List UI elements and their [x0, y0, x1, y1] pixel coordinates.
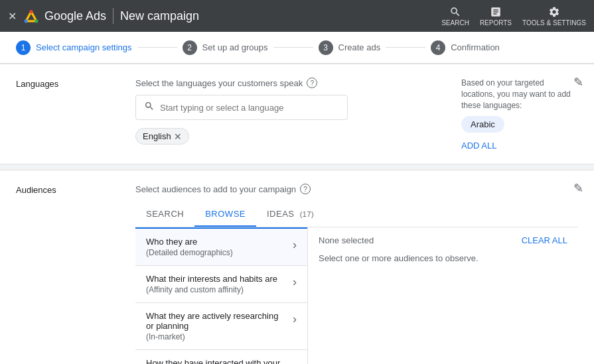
arabic-suggestion-chip[interactable]: Arabic [461, 116, 504, 133]
audience-list: Who they are (Detailed demographics) › W… [135, 227, 308, 364]
campaign-title: New campaign [120, 9, 199, 23]
audience-item-demographics-text: Who they are (Detailed demographics) [146, 237, 233, 257]
step-4-label: Confirmation [451, 42, 500, 52]
audiences-header-row: Audiences Select audiences to add to you… [16, 184, 578, 364]
clear-all-link[interactable]: CLEAR ALL [522, 235, 567, 245]
audience-item-demographics-title: Who they are [146, 237, 233, 247]
step-connector-2 [273, 47, 313, 48]
audience-item-remarketing-title: How they have interacted with your busin… [146, 358, 287, 364]
language-search-input[interactable] [160, 103, 339, 113]
suggestions-title: Based on your targeted locations, you ma… [461, 78, 578, 111]
none-selected-label: None selected [319, 235, 374, 245]
english-language-chip: English ✕ [135, 128, 189, 145]
svg-point-2 [25, 19, 28, 23]
audience-item-researching-text: What they are actively researching or pl… [146, 311, 287, 341]
top-nav: ✕ Google Ads New campaign SEARCH REPORTS… [0, 0, 594, 32]
ideas-badge: (17) [300, 210, 315, 218]
svg-point-3 [35, 19, 38, 23]
step-2-label: Set up ad groups [202, 42, 268, 52]
google-ads-logo [22, 7, 40, 25]
languages-info-icon[interactable]: ? [307, 78, 317, 88]
chevron-right-icon-1: › [293, 275, 297, 289]
audience-item-remarketing[interactable]: How they have interacted with your busin… [135, 350, 307, 364]
language-search-box [135, 95, 348, 120]
audience-item-interests-subtitle: (Affinity and custom affinity) [146, 285, 277, 294]
step-2-circle: 2 [183, 40, 197, 55]
languages-body: Select the languages your customers spea… [135, 78, 445, 151]
detail-hint: Select one or more audiences to observe. [319, 253, 567, 263]
tools-nav-button[interactable]: TOOLS & SETTINGS [522, 6, 586, 27]
chevron-right-icon-2: › [293, 312, 297, 326]
step-3-label: Create ads [338, 42, 381, 52]
audience-item-interests-text: What their interests and habits are (Aff… [146, 274, 277, 294]
audiences-body: Select audiences to add to your campaign… [135, 184, 578, 364]
languages-subtitle: Select the languages your customers spea… [135, 78, 445, 88]
step-3[interactable]: 3 Create ads [319, 40, 381, 55]
audience-item-researching[interactable]: What they are actively researching or pl… [135, 303, 307, 350]
audience-detail-panel: None selected CLEAR ALL Select one or mo… [308, 227, 578, 364]
step-bar: 1 Select campaign settings 2 Set up ad g… [0, 32, 594, 64]
audiences-edit-icon[interactable]: ✎ [573, 181, 583, 196]
step-1[interactable]: 1 Select campaign settings [16, 40, 132, 55]
chevron-right-icon-0: › [293, 238, 297, 252]
close-icon[interactable]: ✕ [8, 10, 17, 23]
audiences-section: Audiences Select audiences to add to you… [0, 170, 594, 364]
step-2[interactable]: 2 Set up ad groups [183, 40, 268, 55]
languages-section: Languages Select the languages your cust… [0, 64, 594, 164]
audience-item-researching-subtitle: (In-market) [146, 332, 287, 341]
audience-item-researching-title: What they are actively researching or pl… [146, 311, 287, 331]
step-1-circle: 1 [16, 40, 31, 55]
audience-item-demographics[interactable]: Who they are (Detailed demographics) › [135, 227, 307, 266]
audience-item-interests-title: What their interests and habits are [146, 274, 277, 284]
brand-name: Google Ads [44, 9, 106, 23]
audiences-layout: Who they are (Detailed demographics) › W… [135, 227, 578, 364]
search-nav-label: SEARCH [441, 19, 469, 27]
top-nav-right: SEARCH REPORTS TOOLS & SETTINGS [441, 6, 586, 27]
suggestions-panel: Based on your targeted locations, you ma… [445, 78, 578, 151]
audiences-tabs: SEARCH BROWSE IDEAS (17) [135, 202, 578, 227]
step-4-circle: 4 [431, 40, 445, 55]
step-connector-1 [137, 47, 177, 48]
search-nav-button[interactable]: SEARCH [441, 6, 469, 27]
chevron-right-icon-3: › [293, 359, 297, 364]
tab-ideas[interactable]: IDEAS (17) [256, 202, 325, 227]
audiences-subtitle: Select audiences to add to your campaign… [135, 184, 578, 194]
step-4[interactable]: 4 Confirmation [431, 40, 500, 55]
tab-browse[interactable]: BROWSE [194, 202, 256, 227]
language-search-icon [144, 101, 155, 114]
audience-item-demographics-subtitle: (Detailed demographics) [146, 248, 233, 257]
tab-search[interactable]: SEARCH [135, 202, 194, 227]
reports-nav-label: REPORTS [480, 19, 512, 27]
languages-label: Languages [16, 78, 135, 151]
detail-header: None selected CLEAR ALL [319, 235, 567, 245]
svg-point-4 [29, 10, 33, 13]
nav-divider [113, 8, 113, 24]
reports-nav-button[interactable]: REPORTS [480, 6, 512, 27]
step-3-circle: 3 [319, 40, 333, 55]
tools-nav-label: TOOLS & SETTINGS [522, 19, 586, 27]
step-1-label: Select campaign settings [36, 42, 132, 52]
audience-item-remarketing-text: How they have interacted with your busin… [146, 358, 287, 364]
step-connector-3 [386, 47, 425, 48]
language-chip-remove[interactable]: ✕ [174, 132, 182, 141]
audience-item-interests[interactable]: What their interests and habits are (Aff… [135, 266, 307, 303]
audiences-info-icon[interactable]: ? [300, 184, 311, 194]
audiences-label: Audiences [16, 184, 135, 364]
language-chip-label: English [143, 131, 171, 141]
main-content: Languages Select the languages your cust… [0, 64, 594, 364]
languages-edit-icon[interactable]: ✎ [573, 75, 583, 90]
add-all-link[interactable]: ADD ALL [461, 141, 578, 151]
